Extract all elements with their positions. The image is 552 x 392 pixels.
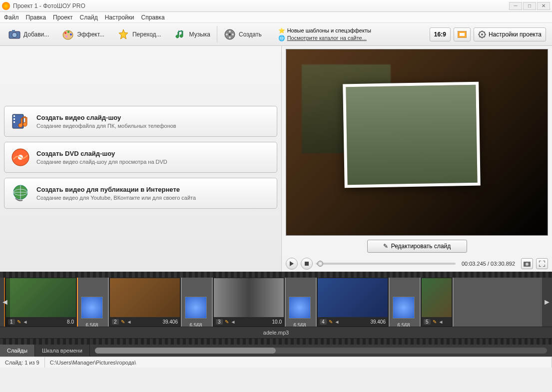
pencil-icon[interactable]: ✎	[225, 319, 229, 325]
action-sub: Создание видеофайла для ПК, мобильных те…	[36, 123, 176, 129]
globe-web-icon	[10, 183, 30, 203]
fullscreen-button[interactable]	[536, 258, 548, 269]
snapshot-button[interactable]	[521, 258, 533, 269]
transition-2[interactable]: 6.568	[185, 297, 207, 327]
tab-music-label: Музыка	[189, 31, 210, 38]
chevron-left-icon[interactable]: ◄	[23, 319, 28, 325]
svg-point-12	[226, 33, 228, 35]
minimize-button[interactable]: ─	[509, 2, 522, 10]
tab-timeline-view[interactable]: Шкала времени	[35, 345, 90, 357]
tab-add[interactable]: Добави...	[2, 23, 55, 45]
aspect-ratio-button[interactable]: 16:9	[430, 27, 451, 41]
svg-point-6	[70, 33, 72, 35]
playback-controls: 00:03.245 / 03:30.892	[286, 258, 548, 270]
pencil-icon: ✎	[383, 243, 388, 250]
preview-viewport	[286, 49, 548, 236]
playback-slider[interactable]	[316, 263, 456, 265]
audio-track[interactable]: adele.mp3	[0, 327, 552, 339]
svg-point-11	[229, 36, 231, 38]
svg-rect-20	[13, 118, 15, 120]
transition-1[interactable]: 6.568	[81, 297, 103, 327]
action-title: Создать DVD слайд-шоу	[36, 150, 167, 157]
film-reel-icon	[224, 28, 236, 40]
promo-line1: Новые шаблоны и спецэффекты	[287, 27, 371, 33]
status-path: C:\Users\Manager\Pictures\города\	[45, 357, 552, 368]
tab-effects[interactable]: Эффект...	[55, 23, 111, 45]
film-music-icon	[10, 111, 30, 131]
menu-help[interactable]: Справка	[141, 14, 164, 21]
svg-point-28	[526, 263, 529, 266]
action-title: Создать видео слайд-шоу	[36, 114, 176, 121]
svg-point-5	[67, 31, 69, 33]
slide-item-4[interactable]: 4✎◄39.406 6.568	[316, 278, 415, 327]
playback-time: 00:03.245 / 03:30.892	[462, 261, 515, 267]
timeline-next-button[interactable]: ►	[542, 278, 552, 327]
project-settings-label: Настройки проекта	[489, 31, 542, 38]
main-area: Создать видео слайд-шоу Создание видеофа…	[0, 46, 552, 272]
svg-point-4	[64, 32, 66, 34]
tab-add-label: Добави...	[23, 31, 49, 38]
left-panel: Создать видео слайд-шоу Создание видеофа…	[0, 46, 282, 272]
app-icon	[2, 2, 10, 10]
slide-item-2[interactable]: 2✎◄39.406 6.568	[108, 278, 207, 327]
tab-transitions[interactable]: Переход...	[111, 23, 168, 45]
stop-button[interactable]	[301, 258, 313, 270]
create-web-video-button[interactable]: Создать видео для публикации в Интернете…	[4, 178, 277, 209]
edit-slide-label: Редактировать слайд	[391, 243, 451, 250]
menu-bar: Файл Правка Проект Слайд Настройки Справ…	[0, 12, 552, 23]
svg-point-7	[65, 35, 67, 37]
globe-icon: 🌐	[278, 35, 285, 41]
close-button[interactable]: ✕	[537, 2, 550, 10]
chevron-left-icon[interactable]: ◄	[231, 319, 236, 325]
promo-link[interactable]: Посмотрите каталог на сайте...	[287, 35, 367, 41]
tab-music[interactable]: Музыка	[168, 23, 217, 45]
svg-rect-19	[13, 115, 15, 117]
chevron-left-icon[interactable]: ◄	[335, 319, 340, 325]
action-title: Создать видео для публикации в Интернете	[36, 186, 196, 193]
svg-point-17	[481, 33, 483, 35]
tab-slides-view[interactable]: Слайды	[0, 345, 35, 357]
pencil-icon[interactable]: ✎	[329, 319, 333, 325]
dvd-icon	[10, 147, 30, 167]
chevron-left-icon[interactable]: ◄	[127, 319, 132, 325]
maximize-button[interactable]: □	[523, 2, 536, 10]
create-dvd-slideshow-button[interactable]: Создать DVD слайд-шоу Создание видео сла…	[4, 142, 277, 173]
title-bar: Проект 1 - ФотоШОУ PRO ─ □ ✕	[0, 0, 552, 12]
menu-file[interactable]: Файл	[4, 14, 19, 21]
menu-slide[interactable]: Слайд	[80, 14, 98, 21]
star-small-icon: ⭐	[278, 27, 285, 34]
svg-point-1	[12, 32, 17, 37]
slide-item-5[interactable]: 5✎◄	[420, 278, 454, 327]
transition-3[interactable]: 6.568	[289, 297, 311, 327]
chevron-left-icon[interactable]: ◄	[439, 319, 444, 325]
svg-rect-21	[13, 121, 15, 123]
menu-edit[interactable]: Правка	[26, 14, 46, 21]
toolbar: Добави... Эффект... Переход... Музыка Со…	[0, 23, 552, 46]
timeline[interactable]: ◄ 1✎◄8.0 6.568 2✎◄39.406 6.568 3✎◄10.0 6…	[0, 278, 552, 327]
transition-4[interactable]: 6.568	[393, 297, 415, 327]
pencil-icon[interactable]: ✎	[433, 319, 437, 325]
edit-slide-button[interactable]: ✎ Редактировать слайд	[367, 240, 467, 253]
action-sub: Создание видео слайд-шоу для просмотра н…	[36, 159, 167, 165]
camera-icon	[8, 28, 20, 40]
action-sub: Создание видео для Youtube, ВКонтакте ил…	[36, 195, 196, 201]
play-button[interactable]	[286, 258, 298, 270]
svg-rect-2	[12, 30, 15, 32]
color-mode-button[interactable]	[454, 27, 471, 41]
pencil-icon[interactable]: ✎	[121, 319, 125, 325]
timeline-prev-button[interactable]: ◄	[0, 278, 10, 327]
menu-settings[interactable]: Настройки	[105, 14, 134, 21]
slide-item-1[interactable]: 1✎◄8.0 6.568	[4, 278, 103, 327]
tab-create-label: Создать	[239, 31, 262, 38]
timeline-scrollbar[interactable]	[95, 348, 547, 354]
project-settings-button[interactable]: Настройки проекта	[474, 27, 546, 41]
svg-point-9	[229, 30, 231, 32]
menu-project[interactable]: Проект	[53, 14, 73, 21]
svg-point-13	[229, 33, 231, 35]
window-title: Проект 1 - ФотоШОУ PRO	[13, 2, 85, 9]
create-video-slideshow-button[interactable]: Создать видео слайд-шоу Создание видеофа…	[4, 106, 277, 137]
slide-item-3[interactable]: 3✎◄10.0 6.568	[212, 278, 311, 327]
timeline-area: ◄ 1✎◄8.0 6.568 2✎◄39.406 6.568 3✎◄10.0 6…	[0, 272, 552, 357]
tab-create[interactable]: Создать	[217, 23, 268, 45]
pencil-icon[interactable]: ✎	[17, 319, 21, 325]
